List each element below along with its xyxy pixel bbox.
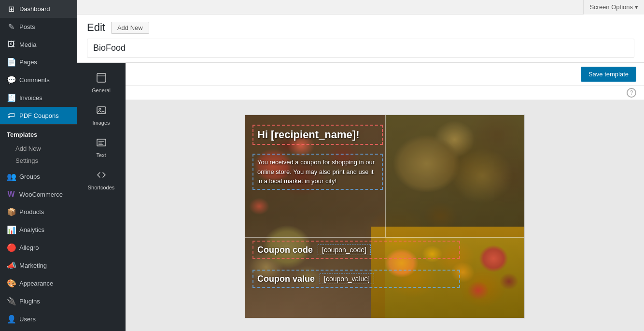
shortcodes-icon: [96, 170, 107, 183]
sidebar-item-comments[interactable]: 💬 Comments: [0, 71, 77, 89]
screen-options-label: Screen Options: [589, 3, 633, 11]
canvas-area: Save template ?: [126, 63, 644, 331]
sidebar-item-label: Appearance: [19, 280, 53, 287]
sidebar-item-label: PDF Coupons: [19, 112, 59, 119]
sidebar-item-label: Dashboard: [19, 5, 50, 13]
sidebar-item-pdf-coupons[interactable]: 🏷 PDF Coupons: [0, 107, 77, 124]
shortcodes-label: Shortcodes: [88, 185, 115, 190]
sidebar-item-woocommerce[interactable]: W WooCommerce: [0, 186, 77, 203]
users-icon: 👤: [7, 315, 15, 324]
sidebar-item-allegro[interactable]: 🔴 Allegro: [0, 239, 77, 257]
sidebar-item-label: Analytics: [19, 226, 44, 233]
sidebar-item-products[interactable]: 📦 Products: [0, 203, 77, 221]
sidebar-item-add-new[interactable]: Add New: [0, 143, 77, 155]
sidebar-item-media[interactable]: 🖼 Media: [0, 36, 77, 53]
sidebar-item-label: Invoices: [19, 94, 42, 101]
panel-item-images[interactable]: Images: [80, 100, 123, 130]
edit-label: Edit: [87, 21, 105, 34]
info-bar: ?: [126, 86, 644, 100]
horizontal-divider: [245, 237, 524, 238]
sidebar-item-users[interactable]: 👤 Users: [0, 310, 77, 328]
sidebar-item-label: Products: [19, 208, 44, 216]
sidebar-item-dashboard[interactable]: ⊞ Dashboard: [0, 0, 77, 18]
save-toolbar: Save template: [126, 63, 644, 86]
sidebar-item-appearance[interactable]: 🎨 Appearance: [0, 274, 77, 292]
sidebar-item-label: Templates: [7, 131, 37, 138]
sidebar-item-analytics[interactable]: 📊 Analytics: [0, 221, 77, 239]
general-icon: [96, 72, 107, 86]
sidebar-item-settings[interactable]: Settings: [0, 155, 77, 167]
sidebar-item-label: Media: [19, 41, 36, 48]
svg-rect-2: [97, 107, 106, 114]
editor-container: General Images: [77, 63, 644, 331]
sidebar-submenu-label: Settings: [15, 157, 38, 164]
woocommerce-icon: W: [7, 190, 15, 199]
message-block[interactable]: You received a coupon for shopping in ou…: [252, 154, 383, 190]
invoices-icon: 🧾: [7, 93, 15, 102]
analytics-icon: 📊: [7, 225, 15, 234]
edit-header: Edit Add New: [77, 14, 644, 63]
coupon-value-label: Coupon value: [257, 274, 315, 284]
sidebar-item-label: Users: [19, 316, 36, 323]
posts-icon: ✎: [7, 22, 15, 31]
main-content: Screen Options ▾ Edit Add New General: [77, 0, 644, 331]
coupon-value-block[interactable]: Coupon value [coupon_value]: [252, 270, 460, 288]
sidebar-item-label: Comments: [19, 76, 50, 84]
general-label: General: [92, 87, 111, 93]
sidebar-item-label: Marketing: [19, 262, 47, 269]
images-label: Images: [92, 120, 110, 126]
screen-options-button[interactable]: Screen Options ▾: [583, 0, 644, 14]
appearance-icon: 🎨: [7, 279, 15, 288]
topbar: Screen Options ▾: [77, 0, 644, 14]
help-icon[interactable]: ?: [627, 88, 636, 98]
sidebar-item-label: Allegro: [19, 244, 39, 251]
svg-point-3: [99, 108, 101, 110]
sidebar-item-templates[interactable]: Templates: [0, 127, 77, 143]
template-name-input[interactable]: [87, 39, 634, 58]
pages-icon: 📄: [7, 58, 15, 67]
sidebar-item-label: WooCommerce: [19, 191, 63, 198]
groups-icon: 👥: [7, 172, 15, 181]
chevron-down-icon: ▾: [635, 3, 638, 11]
svg-rect-0: [97, 73, 106, 82]
vertical-divider: [385, 115, 386, 237]
sidebar-item-pages[interactable]: 📄 Pages: [0, 53, 77, 71]
text-label: Text: [96, 152, 106, 158]
plugins-icon: 🔌: [7, 297, 15, 306]
sidebar-item-posts[interactable]: ✎ Posts: [0, 18, 77, 36]
panel-item-shortcodes[interactable]: Shortcodes: [80, 165, 123, 195]
left-panel: General Images: [77, 63, 126, 331]
greeting-block[interactable]: Hi [recipient_name]!: [252, 125, 383, 145]
greeting-text: Hi [recipient_name]!: [257, 129, 378, 141]
coupon-code-block[interactable]: Coupon code [coupon_code]: [252, 241, 460, 259]
sidebar-item-label: Plugins: [19, 298, 40, 305]
media-icon: 🖼: [7, 40, 15, 49]
sidebar-item-plugins[interactable]: 🔌 Plugins: [0, 292, 77, 310]
coupon-code-label: Coupon code: [257, 245, 313, 255]
coupon-canvas: Hi [recipient_name]! You received a coup…: [245, 115, 525, 318]
message-text: You received a coupon for shopping in ou…: [257, 158, 378, 186]
dashboard-icon: ⊞: [7, 4, 15, 14]
add-new-button[interactable]: Add New: [111, 22, 149, 34]
products-icon: 📦: [7, 207, 15, 216]
pdf-coupons-icon: 🏷: [7, 111, 15, 120]
coupon-value-placeholder: [coupon_value]: [320, 273, 374, 284]
svg-rect-4: [97, 139, 106, 146]
comments-icon: 💬: [7, 75, 15, 85]
produce-right: [385, 115, 524, 237]
sidebar-item-marketing[interactable]: 📣 Marketing: [0, 257, 77, 274]
sidebar-item-label: Pages: [19, 58, 37, 66]
save-template-button[interactable]: Save template: [581, 67, 636, 82]
marketing-icon: 📣: [7, 261, 15, 270]
panel-item-general[interactable]: General: [80, 68, 123, 98]
sidebar-submenu-label: Add New: [15, 145, 41, 152]
images-icon: [96, 105, 107, 118]
sidebar-item-invoices[interactable]: 🧾 Invoices: [0, 89, 77, 107]
coupon-code-placeholder: [coupon_code]: [318, 245, 371, 255]
sidebar-item-groups[interactable]: 👥 Groups: [0, 168, 77, 186]
panel-item-text[interactable]: Text: [80, 132, 123, 163]
sidebar: ⊞ Dashboard ✎ Posts 🖼 Media 📄 Pages 💬 Co…: [0, 0, 77, 331]
sidebar-item-label: Posts: [19, 23, 35, 30]
coupon-background: Hi [recipient_name]! You received a coup…: [245, 115, 524, 318]
allegro-icon: 🔴: [7, 243, 15, 252]
